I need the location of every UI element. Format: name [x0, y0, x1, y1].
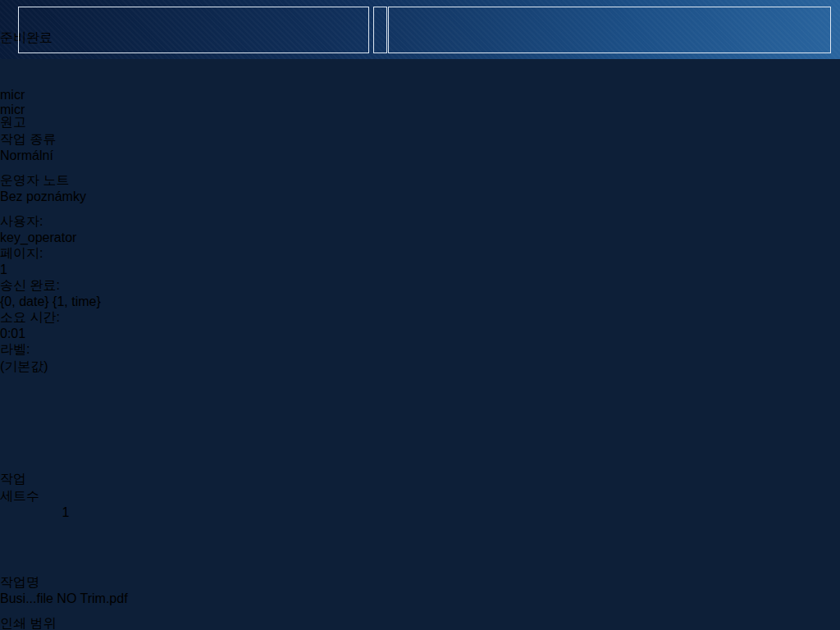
info-value: (기본값) [0, 358, 840, 376]
tile-label: 운영자 노트 [0, 172, 130, 189]
info-value: 1 [0, 262, 840, 277]
job-info-block: 사용자:key_operator페이지:1송신 완료:{0, date} {1,… [0, 213, 840, 376]
info-value: {0, date} {1, time} [0, 294, 840, 309]
tile-label: 작업명 [0, 574, 130, 591]
stripes-decoration-icon [5, 6, 17, 53]
tile-value: Normální [0, 148, 130, 163]
tile-label: 인쇄 범위 [0, 615, 130, 630]
info-row: 사용자:key_operator [0, 213, 840, 245]
micr-label: micr [0, 88, 840, 103]
tile-job-type[interactable]: 작업 종류 Normální [0, 131, 130, 172]
info-row: 송신 완료:{0, date} {1, time} [0, 277, 840, 309]
sets-count: 1 [0, 505, 131, 520]
tab-job[interactable]: 작업 [0, 471, 102, 488]
info-label: 소요 시간: [0, 309, 840, 326]
info-label: 라벨: [0, 341, 840, 358]
tile-label: 세트수 [0, 488, 131, 505]
info-row: 소요 시간:0:01 [0, 309, 840, 341]
micr-label-text: micr [0, 103, 25, 116]
device-box [388, 7, 831, 53]
info-row: 라벨:(기본값) [0, 341, 840, 376]
tile-number-of-sets[interactable]: 세트수 1 [0, 488, 131, 574]
info-value: key_operator [0, 231, 840, 245]
tile-operator-note[interactable]: 운영자 노트 Bez poznámky [0, 172, 130, 213]
tile-print-range[interactable]: 인쇄 범위 Vše [0, 615, 130, 630]
tile-value: Bez poznámky [0, 189, 130, 204]
micr-label: micr [0, 103, 840, 117]
tile-job-name[interactable]: 작업명 Busi...file NO Trim.pdf [0, 574, 130, 615]
info-value: 0:01 [0, 326, 840, 341]
micr-label-text: micr [0, 88, 25, 102]
info-label: 페이지: [0, 245, 840, 262]
info-label: 송신 완료: [0, 277, 840, 294]
tile-value: Busi...file NO Trim.pdf [0, 591, 130, 606]
micr-tray-unit-2[interactable]: micr [0, 103, 840, 117]
topbar-spacer-box [373, 7, 387, 53]
status-box [18, 7, 369, 53]
status-bar: 준비완료 micr micr [0, 0, 840, 59]
printer-job-edit-screen: 준비완료 micr micr [0, 0, 840, 630]
info-row: 페이지:1 [0, 245, 840, 277]
info-label: 사용자: [0, 213, 840, 231]
tile-label: 작업 종류 [0, 131, 130, 148]
job-panel [0, 376, 411, 471]
micr-tray-unit-1[interactable]: micr [0, 88, 840, 103]
